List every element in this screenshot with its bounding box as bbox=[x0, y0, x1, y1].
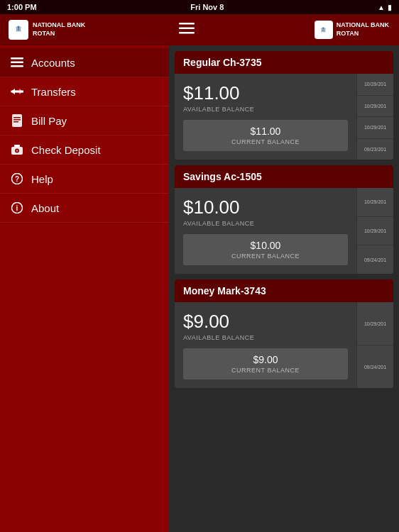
sidebar-item-transfers[interactable]: Transfers bbox=[0, 77, 169, 106]
accounts-list: Regular Ch-3735 $11.00 AVAILABLE BALANCE… bbox=[169, 45, 399, 532]
sidebar-about-label: About bbox=[31, 202, 59, 214]
account-body-mark3743: $9.00 AVAILABLE BALANCE $9.00 CURRENT BA… bbox=[175, 302, 393, 388]
current-amount-ac1505: $10.00 bbox=[192, 240, 339, 251]
sidebar-bank-logo: 🏦 National BankROTAN bbox=[9, 20, 85, 40]
transaction-item: 10/29/201 bbox=[357, 74, 393, 96]
status-bar: 1:00 PM Fri Nov 8 ▲ ▮ bbox=[0, 0, 399, 14]
svg-rect-12 bbox=[14, 145, 20, 147]
account-name-ch3735: Regular Ch-3735 bbox=[183, 57, 261, 68]
app-container: 🏦 National BankROTAN Accounts bbox=[0, 14, 399, 532]
billpay-icon bbox=[10, 113, 24, 128]
available-amount-ch3735: $11.00 bbox=[183, 82, 348, 104]
account-balance-ch3735: $11.00 AVAILABLE BALANCE $11.00 CURRENT … bbox=[175, 74, 356, 160]
status-time: 1:00 PM bbox=[7, 3, 37, 11]
sidebar-transfers-label: Transfers bbox=[31, 86, 76, 98]
svg-rect-18 bbox=[179, 27, 195, 29]
account-card-ch3735[interactable]: Regular Ch-3735 $11.00 AVAILABLE BALANCE… bbox=[175, 51, 393, 160]
current-label-ch3735: CURRENT BALANCE bbox=[192, 138, 339, 145]
status-icons: ▲ ▮ bbox=[378, 4, 392, 11]
available-label-ac1505: AVAILABLE BALANCE bbox=[183, 220, 348, 227]
accounts-icon bbox=[10, 55, 24, 70]
account-balance-ac1505: $10.00 AVAILABLE BALANCE $10.00 CURRENT … bbox=[175, 188, 356, 274]
svg-point-11 bbox=[16, 150, 18, 152]
header-logo-text: National BankROTAN bbox=[337, 21, 389, 38]
main-content: 🏦 National BankROTAN Regular Ch-3735 $11… bbox=[169, 14, 399, 532]
transactions-ch3735: 10/29/201 10/29/201 10/29/201 09/23/201 bbox=[356, 74, 393, 160]
hamburger-button[interactable] bbox=[179, 23, 195, 38]
sidebar-item-billpay[interactable]: Bill Pay bbox=[0, 106, 169, 135]
transfers-icon bbox=[10, 84, 24, 99]
transaction-item: 10/29/201 bbox=[357, 188, 393, 217]
transaction-item: 10/29/201 bbox=[357, 217, 393, 246]
transaction-item: 09/24/201 bbox=[357, 345, 393, 388]
available-amount-mark3743: $9.00 bbox=[183, 311, 348, 333]
transaction-item: 09/23/201 bbox=[357, 139, 393, 160]
current-balance-box-ac1505: $10.00 CURRENT BALANCE bbox=[183, 234, 348, 265]
checkdeposit-icon bbox=[10, 143, 24, 157]
sidebar-header: 🏦 National BankROTAN bbox=[0, 14, 169, 45]
transactions-ac1505: 10/29/201 10/29/201 09/24/201 bbox=[356, 188, 393, 274]
account-header-ac1505: Savings Ac-1505 bbox=[175, 165, 393, 188]
help-icon: ? bbox=[10, 172, 24, 186]
header-logo-icon: 🏦 bbox=[315, 21, 333, 39]
sidebar-item-help[interactable]: ? Help bbox=[0, 165, 169, 194]
status-date: Fri Nov 8 bbox=[190, 3, 224, 11]
about-icon: i bbox=[10, 201, 24, 215]
current-amount-ch3735: $11.00 bbox=[192, 126, 339, 137]
svg-rect-7 bbox=[13, 119, 21, 121]
svg-rect-2 bbox=[11, 65, 23, 67]
svg-rect-6 bbox=[13, 117, 21, 118]
account-header-ch3735: Regular Ch-3735 bbox=[175, 51, 393, 74]
transaction-item: 09/24/201 bbox=[357, 245, 393, 274]
main-header: 🏦 National BankROTAN bbox=[169, 14, 399, 45]
svg-rect-1 bbox=[11, 62, 23, 64]
svg-text:?: ? bbox=[15, 175, 19, 183]
available-label-ch3735: AVAILABLE BALANCE bbox=[183, 106, 348, 113]
sidebar-nav: Accounts Transfers bbox=[0, 45, 169, 532]
sidebar-help-label: Help bbox=[31, 173, 53, 185]
current-label-ac1505: CURRENT BALANCE bbox=[192, 253, 339, 260]
sidebar-item-checkdeposit[interactable]: Check Deposit bbox=[0, 135, 169, 165]
sidebar: 🏦 National BankROTAN Accounts bbox=[0, 14, 169, 532]
transactions-mark3743: 10/29/201 09/24/201 bbox=[356, 302, 393, 388]
sidebar-logo-icon: 🏦 bbox=[9, 20, 28, 40]
available-amount-ac1505: $10.00 bbox=[183, 196, 348, 218]
transaction-item: 10/29/201 bbox=[357, 302, 393, 345]
current-amount-mark3743: $9.00 bbox=[192, 354, 339, 365]
svg-rect-17 bbox=[179, 23, 195, 25]
available-label-mark3743: AVAILABLE BALANCE bbox=[183, 334, 348, 341]
sidebar-checkdeposit-label: Check Deposit bbox=[31, 144, 101, 156]
svg-rect-0 bbox=[11, 57, 23, 60]
wifi-icon: ▲ bbox=[378, 4, 385, 11]
sidebar-logo-text: National BankROTAN bbox=[33, 21, 85, 38]
account-body-ch3735: $11.00 AVAILABLE BALANCE $11.00 CURRENT … bbox=[175, 74, 393, 160]
svg-marker-4 bbox=[11, 89, 23, 94]
header-logo: 🏦 National BankROTAN bbox=[315, 21, 389, 39]
svg-rect-5 bbox=[12, 114, 22, 127]
account-name-ac1505: Savings Ac-1505 bbox=[183, 171, 262, 182]
transaction-item: 10/29/201 bbox=[357, 96, 393, 118]
sidebar-billpay-label: Bill Pay bbox=[31, 115, 67, 127]
sidebar-item-accounts[interactable]: Accounts bbox=[0, 48, 169, 77]
account-card-ac1505[interactable]: Savings Ac-1505 $10.00 AVAILABLE BALANCE… bbox=[175, 165, 393, 274]
current-balance-box-mark3743: $9.00 CURRENT BALANCE bbox=[183, 348, 348, 379]
battery-icon: ▮ bbox=[388, 4, 392, 11]
svg-rect-19 bbox=[179, 32, 195, 34]
account-name-mark3743: Money Mark-3743 bbox=[183, 285, 266, 297]
sidebar-item-about[interactable]: i About bbox=[0, 194, 169, 223]
current-balance-box-ch3735: $11.00 CURRENT BALANCE bbox=[183, 120, 348, 151]
account-header-mark3743: Money Mark-3743 bbox=[175, 279, 393, 302]
account-card-mark3743[interactable]: Money Mark-3743 $9.00 AVAILABLE BALANCE … bbox=[175, 279, 393, 388]
current-label-mark3743: CURRENT BALANCE bbox=[192, 367, 339, 374]
account-body-ac1505: $10.00 AVAILABLE BALANCE $10.00 CURRENT … bbox=[175, 188, 393, 274]
svg-rect-8 bbox=[13, 121, 18, 123]
account-balance-mark3743: $9.00 AVAILABLE BALANCE $9.00 CURRENT BA… bbox=[175, 302, 356, 388]
transaction-item: 10/29/201 bbox=[357, 117, 393, 139]
svg-text:i: i bbox=[16, 204, 18, 212]
sidebar-accounts-label: Accounts bbox=[31, 57, 75, 69]
